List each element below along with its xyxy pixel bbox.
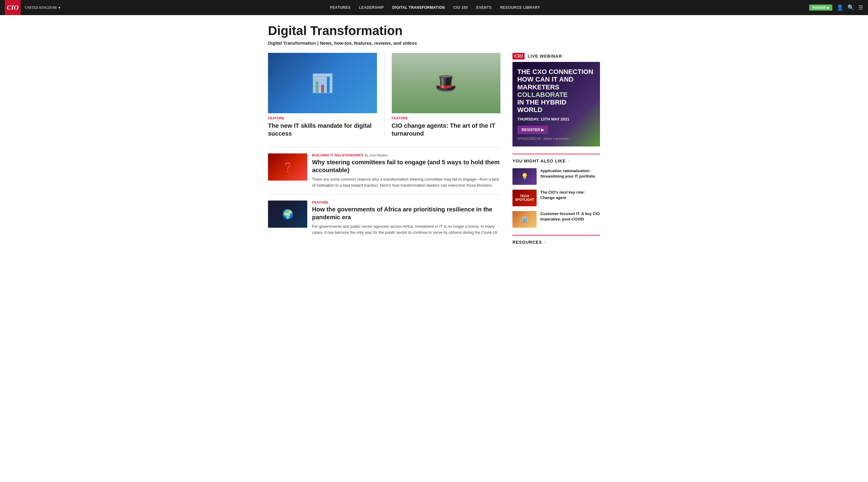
content-row: FEATURE The new IT skills mandate for di… bbox=[268, 53, 600, 249]
navigation: CIO UNITED KINGDOM ▼ FEATURES LEADERSHIP… bbox=[0, 0, 868, 15]
list-article-2-excerpt: For governments and public sector agenci… bbox=[312, 223, 500, 235]
webinar-banner-title: THE CXO CONNECTION HOW CAN IT AND MARKET… bbox=[517, 68, 595, 114]
list-article-2-title[interactable]: How the governments of Africa are priori… bbox=[312, 205, 500, 221]
sidebar-item-3-title: Customer-focused IT: A key CIO imperativ… bbox=[540, 211, 600, 222]
insider-button[interactable]: INSIDER ▶ bbox=[809, 4, 832, 10]
page-title: Digital Transformation bbox=[268, 24, 600, 38]
featured-2-category: FEATURE bbox=[392, 116, 501, 120]
featured-article-1: FEATURE The new IT skills mandate for di… bbox=[268, 53, 384, 138]
thumb-2-placeholder: TECHSPOTLIGHT bbox=[513, 190, 537, 206]
page-container: Digital Transformation Digital Transform… bbox=[262, 15, 606, 262]
page-subtitle: Digital Transformation | News, how-tos, … bbox=[268, 40, 600, 46]
nav-cio100[interactable]: CIO 100 bbox=[453, 5, 468, 10]
list-article-1-title[interactable]: Why steering committees fail to engage (… bbox=[312, 158, 500, 174]
featured-2-title[interactable]: CIO change agents: The art of the IT tur… bbox=[392, 122, 501, 138]
user-icon[interactable]: 👤 bbox=[837, 4, 843, 11]
list-article-2-image: 🌍 bbox=[268, 201, 307, 228]
search-icon[interactable]: 🔍 bbox=[847, 4, 854, 11]
webinar-sponsored: SPONSORED BY Adobe × accenture bbox=[517, 137, 595, 141]
dots-icon: :: bbox=[567, 159, 570, 163]
sidebar: CIO LIVE WEBINAR THE CXO CONNECTION HOW … bbox=[513, 53, 600, 249]
cio-badge: CIO bbox=[513, 53, 525, 60]
sidebar-item-2-title: The CIO's next key role: Change agent bbox=[540, 190, 600, 201]
sidebar-item-1-title: Application rationalization: Streamlinin… bbox=[540, 168, 600, 179]
list-2-img-placeholder: 🌍 bbox=[268, 201, 307, 228]
you-might-like-heading: YOU MIGHT ALSO LIKE :: bbox=[513, 158, 600, 163]
chevron-down-icon: ▼ bbox=[58, 6, 61, 9]
main-column: FEATURE The new IT skills mandate for di… bbox=[268, 53, 500, 249]
nav-digital-transformation[interactable]: DIGITAL TRANSFORMATION bbox=[392, 5, 445, 10]
cio-logo[interactable]: CIO bbox=[5, 0, 21, 15]
nav-resource-library[interactable]: RESOURCE LIBRARY bbox=[500, 5, 540, 10]
menu-icon[interactable]: ☰ bbox=[858, 4, 863, 11]
resources-dots-icon: :: bbox=[544, 240, 547, 244]
list-article-1: ❓ BUILDING IT RELATIONSHIPS By John Beld… bbox=[268, 147, 500, 194]
nav-links: FEATURES LEADERSHIP DIGITAL TRANSFORMATI… bbox=[61, 5, 809, 10]
featured-image-1 bbox=[268, 53, 377, 113]
featured-1-title[interactable]: The new IT skills mandate for digital su… bbox=[268, 122, 377, 138]
webinar-header: CIO LIVE WEBINAR bbox=[513, 53, 600, 60]
sidebar-thumb-3: 🏛️ bbox=[513, 211, 537, 228]
list-article-1-body: BUILDING IT RELATIONSHIPS By John Belden… bbox=[312, 153, 500, 188]
sidebar-thumb-2: TECHSPOTLIGHT bbox=[513, 190, 537, 206]
list-article-2-body: FEATURE How the governments of Africa ar… bbox=[312, 201, 500, 235]
webinar-date: THURSDAY, 13TH MAY 2021 bbox=[517, 117, 595, 121]
list-article-1-excerpt: There are some common reasons why a tran… bbox=[312, 176, 500, 188]
list-article-2: 🌍 FEATURE How the governments of Africa … bbox=[268, 194, 500, 241]
list-article-1-image: ❓ bbox=[268, 153, 307, 181]
featured-articles-row: FEATURE The new IT skills mandate for di… bbox=[268, 53, 500, 138]
sidebar-related-2[interactable]: TECHSPOTLIGHT The CIO's next key role: C… bbox=[513, 190, 600, 206]
nav-events[interactable]: EVENTS bbox=[476, 5, 492, 10]
you-might-like-section: YOU MIGHT ALSO LIKE :: 💡 Application rat… bbox=[513, 154, 600, 228]
nav-features[interactable]: FEATURES bbox=[330, 5, 351, 10]
sidebar-thumb-1: 💡 bbox=[513, 168, 537, 185]
thumb-3-placeholder: 🏛️ bbox=[513, 211, 537, 228]
featured-article-2: FEATURE CIO change agents: The art of th… bbox=[384, 53, 501, 138]
webinar-banner[interactable]: THE CXO CONNECTION HOW CAN IT AND MARKET… bbox=[513, 62, 600, 147]
list-1-img-placeholder: ❓ bbox=[268, 153, 307, 181]
list-article-2-category: FEATURE bbox=[312, 201, 500, 204]
webinar-label: LIVE WEBINAR bbox=[528, 54, 562, 59]
sidebar-related-3[interactable]: 🏛️ Customer-focused IT: A key CIO impera… bbox=[513, 211, 600, 228]
sidebar-related-1[interactable]: 💡 Application rationalization: Streamlin… bbox=[513, 168, 600, 185]
thumb-1-placeholder: 💡 bbox=[513, 168, 537, 185]
list-article-1-category: BUILDING IT RELATIONSHIPS By John Belden bbox=[312, 153, 500, 157]
featured-1-category: FEATURE bbox=[268, 116, 377, 120]
sponsor-logos: Adobe × accenture bbox=[543, 137, 568, 141]
nav-right: INSIDER ▶ 👤 🔍 ☰ bbox=[809, 4, 863, 11]
nav-leadership[interactable]: LEADERSHIP bbox=[359, 5, 383, 10]
resources-section: RESOURCES :: bbox=[513, 235, 600, 245]
region-selector[interactable]: UNITED KINGDOM ▼ bbox=[25, 5, 61, 10]
featured-image-2 bbox=[392, 53, 501, 113]
register-button[interactable]: REGISTER ▶ bbox=[517, 126, 548, 134]
resources-heading: RESOURCES :: bbox=[513, 240, 600, 245]
insider-arrow-icon: ▶ bbox=[827, 6, 829, 9]
